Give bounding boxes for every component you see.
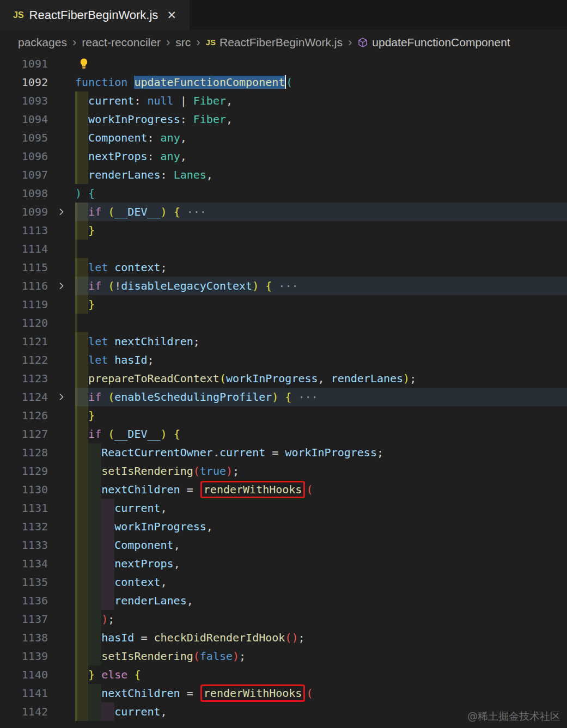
token-kw: function — [75, 76, 127, 89]
red-annotation-box: renderWithHooks — [200, 684, 306, 702]
line-number: 1123 — [0, 369, 48, 388]
code-content: nextChildren = renderWithHooks( — [75, 684, 567, 702]
indent-rainbow-bar — [75, 684, 88, 702]
token-pun: ; — [193, 335, 200, 348]
breadcrumb-item-updatefunctioncomponent[interactable]: updateFunctionComponent — [357, 36, 510, 49]
code-line-1097[interactable]: 1097 renderLanes: Lanes, — [0, 166, 567, 184]
code-line-1139[interactable]: 1139 setIsRendering(false); — [0, 647, 567, 665]
code-line-1136[interactable]: 1136 renderLanes, — [0, 591, 567, 610]
breadcrumb-label: ReactFiberBeginWork.js — [220, 36, 343, 49]
code-line-1138[interactable]: 1138 hasId = checkDidRenderIdHook(); — [0, 628, 567, 647]
token-pun: : — [147, 131, 160, 144]
code-line-1140[interactable]: 1140 } else { — [0, 665, 567, 684]
code-line-1129[interactable]: 1129 setIsRendering(true); — [0, 462, 567, 480]
token-pun: , — [226, 94, 233, 107]
indent-rainbow-bar — [75, 351, 88, 369]
tab-reactfiberbeginwork[interactable]: JS ReactFiberBeginWork.js ✕ — [0, 0, 190, 30]
token-fn: setIsRendering — [101, 650, 193, 663]
breadcrumb-item-src[interactable]: src — [175, 36, 191, 49]
token-b2: ) — [403, 372, 410, 385]
breadcrumb-item-react-reconciler[interactable]: react-reconciler — [82, 36, 161, 49]
breadcrumb-separator-icon: › — [72, 35, 76, 50]
indent-rainbow-bar — [88, 573, 101, 591]
token-var: workInProgress — [285, 446, 377, 459]
breadcrumb-item-reactfiberbeginwork-js[interactable]: JSReactFiberBeginWork.js — [206, 36, 343, 49]
token-pun — [127, 668, 134, 681]
token-pun: , — [226, 113, 233, 126]
code-line-1130[interactable]: 1130 nextChildren = renderWithHooks( — [0, 480, 567, 499]
code-line-1098[interactable]: 1098) { — [0, 184, 567, 203]
token-kw: true — [200, 464, 226, 478]
token-b2: { — [174, 205, 180, 218]
token-pun: ! — [114, 279, 121, 292]
code-line-1119[interactable]: 1119 } — [0, 295, 567, 314]
indent-rainbow-bar — [101, 591, 114, 610]
line-number: 1115 — [0, 258, 48, 277]
code-content: if (__DEV__) { ··· — [75, 203, 567, 221]
code-line-1141[interactable]: 1141 nextChildren = renderWithHooks( — [0, 684, 567, 702]
token-pun: = — [265, 446, 285, 459]
token-b3: ( — [193, 650, 200, 663]
code-line-1122[interactable]: 1122 let hasId; — [0, 351, 567, 369]
token-var: hasId — [114, 353, 147, 366]
code-line-1135[interactable]: 1135 context, — [0, 573, 567, 591]
code-line-1116[interactable]: 1116 if (!disableLegacyContext) { ··· — [0, 277, 567, 295]
breadcrumb-label: updateFunctionComponent — [372, 36, 510, 49]
vscode-window: JS ReactFiberBeginWork.js ✕ packages›rea… — [0, 0, 567, 728]
gutter-spacer — [48, 54, 75, 73]
code-line-1092[interactable]: 1092function updateFunctionComponent( — [0, 73, 567, 91]
gutter-spacer — [48, 443, 75, 462]
code-editor[interactable]: 10911092function updateFunctionComponent… — [0, 54, 567, 721]
token-var: renderLanes — [114, 594, 186, 607]
token-b2: ( — [108, 390, 114, 403]
code-line-1134[interactable]: 1134 nextProps, — [0, 554, 567, 573]
code-line-1126[interactable]: 1126 } — [0, 406, 567, 425]
code-line-1115[interactable]: 1115 let context; — [0, 258, 567, 277]
code-line-1091[interactable]: 1091 — [0, 54, 567, 73]
indent-rainbow-bar — [88, 554, 101, 573]
token-var: context — [114, 261, 160, 274]
token-b3: ) — [233, 650, 239, 663]
line-number: 1136 — [0, 591, 48, 610]
token-var: __DEV__ — [114, 205, 160, 218]
code-line-1123[interactable]: 1123 prepareToReadContext(workInProgress… — [0, 369, 567, 388]
code-line-1121[interactable]: 1121 let nextChildren; — [0, 332, 567, 351]
code-line-1114[interactable]: 1114 — [0, 240, 567, 258]
token-pun — [101, 390, 108, 403]
token-pun — [127, 76, 134, 89]
lightbulb-icon[interactable] — [78, 57, 89, 75]
line-number: 1127 — [0, 425, 48, 443]
code-line-1094[interactable]: 1094 workInProgress: Fiber, — [0, 110, 567, 129]
code-line-1137[interactable]: 1137 ); — [0, 610, 567, 628]
code-line-1132[interactable]: 1132 workInProgress, — [0, 517, 567, 536]
breadcrumb-item-packages[interactable]: packages — [18, 36, 67, 49]
token-kw: false — [200, 650, 233, 663]
token-pun — [291, 390, 298, 403]
line-number: 1142 — [0, 702, 48, 721]
code-line-1127[interactable]: 1127 if (__DEV__) { — [0, 425, 567, 443]
indent-rainbow-bar — [75, 665, 88, 684]
gutter-spacer — [48, 406, 75, 425]
fold-chevron-icon[interactable] — [48, 277, 75, 295]
token-b3: ( — [306, 687, 313, 700]
code-content: prepareToReadContext(workInProgress, ren… — [75, 369, 567, 388]
fold-chevron-icon[interactable] — [48, 203, 75, 221]
code-line-1099[interactable]: 1099 if (__DEV__) { ··· — [0, 203, 567, 221]
code-line-1131[interactable]: 1131 current, — [0, 499, 567, 517]
token-pun: , — [187, 594, 193, 607]
code-line-1093[interactable]: 1093 current: null | Fiber, — [0, 91, 567, 110]
code-line-1095[interactable]: 1095 Component: any, — [0, 129, 567, 147]
close-icon[interactable]: ✕ — [167, 9, 176, 22]
code-line-1113[interactable]: 1113 } — [0, 221, 567, 240]
code-line-1096[interactable]: 1096 nextProps: any, — [0, 147, 567, 166]
code-line-1124[interactable]: 1124 if (enableSchedulingProfiler) { ··· — [0, 388, 567, 406]
code-line-1133[interactable]: 1133 Component, — [0, 536, 567, 554]
fold-chevron-icon[interactable] — [48, 388, 75, 406]
code-line-1120[interactable]: 1120 — [0, 314, 567, 332]
token-pun: = — [180, 483, 200, 496]
token-var: nextChildren — [101, 687, 180, 700]
indent-rainbow-bar — [75, 591, 88, 610]
code-line-1128[interactable]: 1128 ReactCurrentOwner.current = workInP… — [0, 443, 567, 462]
code-content — [75, 314, 567, 332]
line-number: 1139 — [0, 647, 48, 665]
